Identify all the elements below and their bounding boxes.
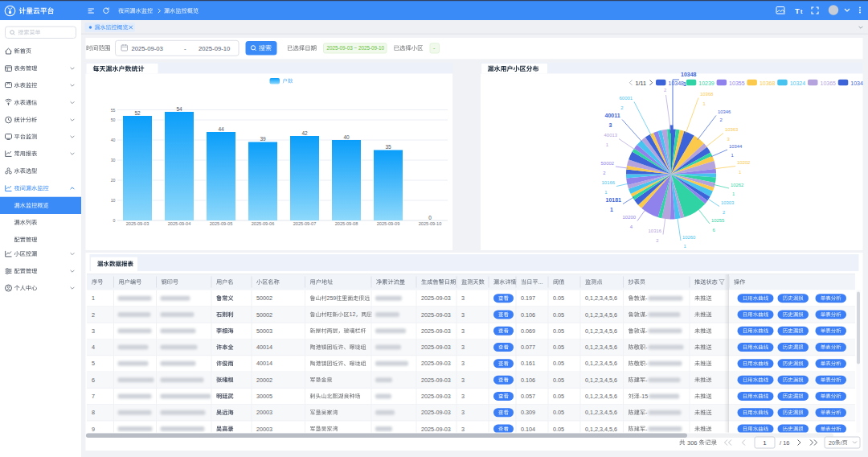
svg-text:0,1,2,3,4,5,6: 0,1,2,3,4,5,6 [585, 344, 617, 351]
svg-text:0.05: 0.05 [553, 377, 564, 384]
svg-text:306: 306 [687, 439, 698, 447]
svg-text:10260: 10260 [682, 235, 696, 240]
svg-text:3: 3 [461, 426, 465, 433]
svg-text:10348: 10348 [681, 72, 697, 77]
svg-text:42: 42 [301, 130, 308, 136]
svg-text:2025-09-06: 2025-09-06 [252, 221, 275, 226]
svg-text:259: 259 [327, 295, 337, 301]
svg-text:20003: 20003 [256, 426, 272, 433]
svg-text:10368: 10368 [700, 92, 714, 97]
svg-text:2025-09-05: 2025-09-05 [210, 221, 233, 226]
svg-text:9: 9 [92, 426, 95, 433]
svg-text:10348: 10348 [669, 80, 685, 86]
svg-text:10239: 10239 [698, 80, 714, 86]
svg-text:0.05: 0.05 [553, 409, 564, 416]
svg-text:10368: 10368 [760, 80, 776, 86]
svg-text:2025-09-03: 2025-09-03 [132, 45, 163, 52]
svg-text:55: 55 [111, 108, 116, 113]
svg-text:40014: 40014 [256, 360, 272, 367]
svg-text:2025-09-03: 2025-09-03 [126, 221, 149, 226]
svg-text:10344: 10344 [729, 144, 743, 149]
svg-text:0.161: 0.161 [521, 360, 535, 367]
svg-text:44: 44 [218, 126, 224, 132]
svg-text:0,1,2,3,4,5,6: 0,1,2,3,4,5,6 [585, 393, 617, 400]
svg-text:0.05: 0.05 [553, 344, 564, 351]
svg-text:0: 0 [428, 215, 432, 220]
svg-text:2: 2 [664, 88, 666, 93]
svg-text:35: 35 [385, 144, 391, 150]
svg-text:10324: 10324 [790, 80, 806, 86]
svg-text:10355: 10355 [729, 80, 745, 86]
svg-text:39: 39 [260, 136, 266, 142]
svg-text:10346: 10346 [718, 109, 731, 114]
svg-text:3: 3 [461, 409, 465, 416]
svg-text:0,1,2,3,4,5,6: 0,1,2,3,4,5,6 [585, 294, 617, 302]
svg-text:20002: 20002 [256, 377, 272, 384]
svg-text:2025-09-03: 2025-09-03 [421, 377, 451, 384]
svg-text:54: 54 [176, 106, 182, 112]
svg-text:3: 3 [92, 327, 95, 335]
svg-text:1: 1 [703, 101, 706, 106]
svg-text:2025-09-10: 2025-09-10 [419, 221, 442, 226]
svg-text:10166: 10166 [602, 180, 616, 185]
svg-text:-: - [184, 45, 186, 52]
svg-text:0.05: 0.05 [553, 393, 564, 400]
svg-text:2025-09-03: 2025-09-03 [421, 344, 451, 351]
svg-text:40013: 40013 [604, 133, 618, 138]
svg-text:0,1,2,3,4,5,6: 0,1,2,3,4,5,6 [585, 409, 617, 416]
svg-text:2: 2 [656, 238, 658, 243]
svg-text:10363: 10363 [725, 127, 739, 132]
svg-text:12: 12 [350, 311, 356, 317]
svg-text:10200: 10200 [623, 215, 637, 220]
svg-text:1: 1 [739, 170, 741, 175]
svg-text:3: 3 [461, 294, 465, 302]
svg-text:...: ... [538, 278, 543, 286]
svg-text:2025-09-04: 2025-09-04 [168, 221, 191, 226]
svg-text:10316: 10316 [649, 228, 662, 233]
svg-text:6: 6 [92, 377, 95, 384]
svg-text:50002: 50002 [256, 311, 272, 319]
svg-text:0: 0 [113, 218, 116, 223]
svg-text:50003: 50003 [256, 327, 272, 335]
svg-text:5: 5 [92, 360, 95, 367]
svg-text:0.05: 0.05 [553, 311, 564, 319]
svg-text:3: 3 [609, 122, 612, 128]
svg-text:2025-09-03 ~ 2025-09-10: 2025-09-03 ~ 2025-09-10 [327, 45, 385, 51]
svg-text:40: 40 [111, 138, 116, 142]
svg-text:20003: 20003 [256, 409, 272, 416]
svg-text:10365: 10365 [821, 80, 837, 86]
svg-text:40011: 40011 [605, 113, 620, 118]
svg-text:0.077: 0.077 [521, 344, 535, 351]
svg-text:1: 1 [604, 190, 607, 195]
svg-text:0.104: 0.104 [521, 426, 535, 433]
svg-text:20: 20 [829, 440, 835, 446]
svg-text:2025-09-03: 2025-09-03 [421, 294, 451, 302]
svg-text:0,1,2,3,4,5,6: 0,1,2,3,4,5,6 [585, 377, 617, 384]
svg-text:50002: 50002 [601, 161, 614, 166]
svg-text:2: 2 [92, 311, 95, 319]
svg-text:-15: -15 [640, 393, 648, 400]
svg-text:1: 1 [684, 244, 686, 249]
svg-text:0.05: 0.05 [553, 294, 564, 302]
svg-text:0,1,2,3,4,5,6: 0,1,2,3,4,5,6 [585, 311, 617, 319]
svg-text:1: 1 [610, 207, 613, 212]
svg-text:40: 40 [343, 134, 350, 140]
svg-text:0,1,2,3,4,5,6: 0,1,2,3,4,5,6 [585, 360, 617, 367]
svg-text:10202: 10202 [737, 160, 750, 165]
svg-text:2025-09-03: 2025-09-03 [421, 311, 451, 319]
svg-text:50002: 50002 [256, 294, 272, 302]
svg-text:10262: 10262 [731, 183, 743, 187]
svg-text:1034: 1034 [850, 80, 863, 86]
svg-text:2025-09-09: 2025-09-09 [377, 221, 400, 226]
svg-text:10303: 10303 [721, 200, 735, 205]
svg-text:0.197: 0.197 [521, 294, 535, 302]
svg-text:/: / [841, 440, 842, 446]
svg-text:2025-09-10: 2025-09-10 [199, 45, 230, 52]
svg-text:0.05: 0.05 [553, 327, 564, 335]
svg-text:0.057: 0.057 [521, 393, 535, 400]
svg-text:0.069: 0.069 [521, 327, 535, 335]
svg-text:60001: 60001 [620, 96, 633, 101]
svg-text:1/11: 1/11 [636, 80, 646, 87]
svg-text:10: 10 [111, 198, 116, 203]
svg-text:52: 52 [134, 110, 141, 116]
